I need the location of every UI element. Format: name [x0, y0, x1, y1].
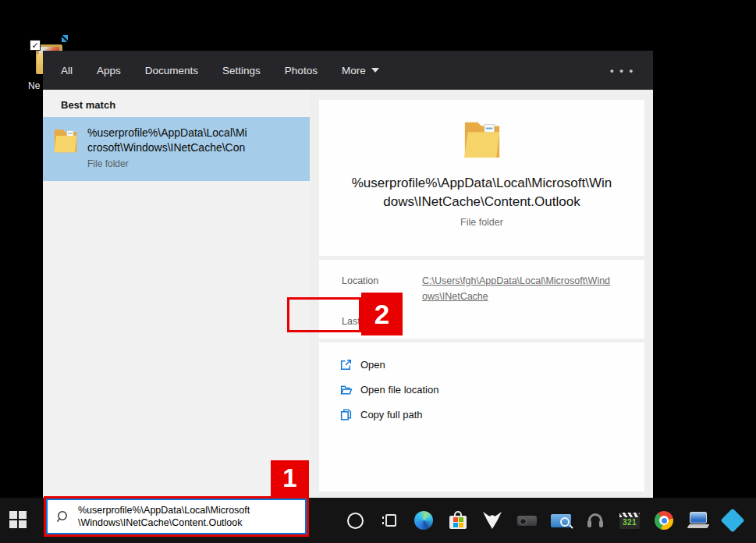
- headphones-app-button[interactable]: [584, 509, 606, 531]
- tab-photos[interactable]: Photos: [285, 65, 318, 76]
- annotation-step2-number: 2: [361, 293, 403, 335]
- taskbar-search-box[interactable]: %userprofile%\AppData\Local\Microsoft \W…: [44, 496, 309, 537]
- search-icon: [56, 509, 71, 524]
- kodi-icon: [720, 508, 744, 532]
- result-kind: File folder: [87, 158, 247, 169]
- result-name-line1: %userprofile%\AppData\Local\Mi: [87, 126, 247, 140]
- desktop-screen: ✓ Ne All Apps Documents Settings Photos …: [0, 0, 756, 543]
- store-button[interactable]: [447, 509, 469, 531]
- preview-title-line1: %userprofile%\AppData\Local\Microsoft\Wi…: [322, 174, 642, 193]
- tab-settings[interactable]: Settings: [222, 65, 261, 76]
- folder-location-icon: [339, 383, 353, 396]
- search-filter-tabbar: All Apps Documents Settings Photos More …: [43, 51, 653, 90]
- start-button[interactable]: [9, 511, 30, 530]
- cortana-icon: [347, 513, 364, 529]
- projector-icon: [517, 516, 537, 526]
- preview-title: %userprofile%\AppData\Local\Microsoft\Wi…: [322, 174, 642, 211]
- preview-title-line2: dows\INetCache\Content.Outlook: [322, 193, 642, 211]
- results-pane: Best match %userprofile%\AppData\Local\M…: [43, 90, 310, 498]
- chrome-button[interactable]: [653, 509, 675, 531]
- location-link-line2: ows\INetCache: [422, 289, 636, 304]
- copy-full-path-button[interactable]: Copy full path: [319, 402, 644, 427]
- foobar2000-button[interactable]: [481, 509, 503, 531]
- open-label: Open: [360, 359, 385, 371]
- open-file-location-label: Open file location: [360, 384, 438, 396]
- player-badge: 321: [619, 517, 640, 528]
- media-player-321-button[interactable]: 321: [619, 509, 641, 531]
- tab-more-label: More: [342, 65, 366, 76]
- headphones-icon: [587, 513, 604, 528]
- folder-icon-large: [463, 115, 502, 161]
- copy-full-path-label: Copy full path: [360, 409, 423, 421]
- checked-checkbox-icon[interactable]: ✓: [30, 40, 41, 51]
- tab-more[interactable]: More: [342, 65, 379, 76]
- best-match-header: Best match: [61, 99, 310, 111]
- overflow-menu-button[interactable]: • • •: [610, 65, 634, 76]
- tab-apps[interactable]: Apps: [97, 65, 121, 76]
- preview-kind: File folder: [319, 217, 644, 228]
- search-query-line2: \Windows\INetCache\Content.Outlook: [78, 516, 250, 529]
- magnifier-display-icon: [551, 514, 571, 527]
- cortana-button[interactable]: [344, 509, 366, 531]
- folder-icon: [52, 126, 79, 154]
- magnifier-display-button[interactable]: [550, 509, 572, 531]
- task-view-button[interactable]: [378, 509, 400, 531]
- desktop-icon-label: Ne: [28, 80, 40, 91]
- search-query-line1: %userprofile%\AppData\Local\Microsoft: [78, 504, 250, 516]
- edge-icon: [414, 511, 433, 530]
- kodi-button[interactable]: [722, 509, 744, 531]
- preview-actions-card: Open Open file location: [319, 342, 644, 492]
- open-file-location-button[interactable]: Open file location: [319, 377, 644, 402]
- tab-all[interactable]: All: [61, 65, 73, 76]
- projector-app-button[interactable]: [516, 509, 538, 531]
- search-query[interactable]: %userprofile%\AppData\Local\Microsoft \W…: [78, 504, 250, 529]
- computer-icon: [688, 511, 708, 530]
- task-view-icon: [381, 512, 398, 529]
- annotation-step2-box: [287, 297, 361, 332]
- location-link[interactable]: C:\Users\fgh\AppData\Local\Microsoft\Win…: [422, 273, 636, 304]
- store-icon: [449, 511, 467, 530]
- taskbar-icons: 321: [344, 498, 744, 543]
- preview-header-card: %userprofile%\AppData\Local\Microsoft\Wi…: [319, 100, 644, 256]
- edge-button[interactable]: [413, 509, 435, 531]
- annotation-step1-number: 1: [271, 460, 309, 496]
- blue-arrows-icon: [58, 31, 75, 47]
- location-link-line1: C:\Users\fgh\AppData\Local\Microsoft\Win…: [422, 273, 636, 289]
- chevron-down-icon: [371, 68, 379, 73]
- result-name-line2: crosoft\Windows\INetCache\Con: [87, 140, 247, 155]
- foobar2000-icon: [483, 512, 502, 529]
- computer-app-button[interactable]: [687, 509, 709, 531]
- best-match-result[interactable]: %userprofile%\AppData\Local\Mi crosoft\W…: [43, 117, 310, 181]
- media-player-321-icon: 321: [619, 513, 640, 529]
- chrome-icon: [655, 511, 673, 530]
- open-icon: [339, 358, 353, 371]
- windows-search-flyout: All Apps Documents Settings Photos More …: [43, 51, 653, 498]
- tab-documents[interactable]: Documents: [145, 65, 198, 76]
- copy-icon: [339, 408, 353, 421]
- open-button[interactable]: Open: [319, 352, 644, 377]
